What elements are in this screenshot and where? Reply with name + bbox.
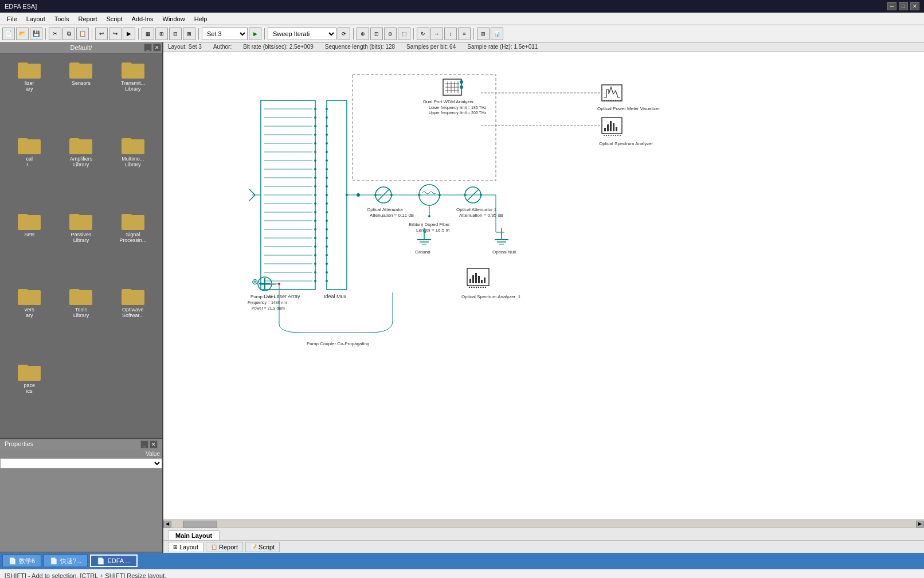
menu-layout[interactable]: Layout [22, 14, 50, 24]
toolbar-layout-3[interactable]: ⊟ [169, 28, 182, 40]
library-item-vers[interactable]: versary [5, 284, 54, 358]
opt-spectrum-1-group[interactable]: Optical Spectrum Analyzer_1 [461, 268, 521, 299]
toolbar-paste[interactable]: 📋 [76, 28, 89, 40]
toolbar-run[interactable]: ▶ [249, 28, 261, 40]
wdm-analyzer-group[interactable]: Dual Port WDM Analyzer Lower frequency l… [423, 79, 487, 115]
sidebar-close[interactable]: ✕ [153, 44, 161, 52]
taskbar-item-2[interactable]: 📄 快速?... [44, 554, 88, 567]
toolbar-report[interactable]: 📊 [491, 28, 503, 40]
folder-icon-signal [122, 212, 144, 230]
sep5 [264, 28, 265, 40]
library-item-lizer[interactable]: lizerary [5, 58, 54, 131]
set-dropdown[interactable]: Set 3 [202, 28, 248, 40]
opt-power-meter-group[interactable]: Optical Power Meter Visualizer [597, 85, 660, 111]
sep8 [473, 28, 474, 40]
tab-main-layout[interactable]: Main Layout [168, 530, 220, 540]
minimize-btn[interactable]: ─ [887, 2, 896, 10]
menu-report[interactable]: Report [73, 14, 101, 24]
library-item-optiwave[interactable]: OptiwaveSoftwar... [108, 284, 158, 358]
library-item-signal[interactable]: SignalProcessin... [108, 209, 158, 283]
sep6 [353, 28, 354, 40]
lpb-minimize[interactable]: _ [140, 440, 148, 448]
sep7 [413, 28, 414, 40]
svg-point-55 [326, 168, 328, 170]
cw-laser-array-group[interactable]: CW Laser Array [249, 100, 316, 299]
toolbar-iter1[interactable]: ⟳ [338, 28, 350, 40]
erbium-fiber-group[interactable]: Erbium Doped Fiber Length = 16.5 m [409, 185, 450, 233]
tab-script-label: Script [259, 544, 275, 550]
tab-script[interactable]: 📝 Script [245, 542, 280, 552]
sidebar-header: Default/ _ ✕ [0, 42, 162, 53]
library-item-passives[interactable]: PassivesLibrary [56, 209, 105, 283]
svg-point-31 [314, 185, 316, 188]
toolbar-layout-1[interactable]: ▦ [142, 28, 154, 40]
taskbar-item-3[interactable]: 📄 EDFA ... [90, 554, 137, 567]
folder-icon-sets [18, 212, 41, 230]
svg-point-66 [326, 263, 328, 265]
folder-icon-optiwave [122, 287, 144, 305]
h-scrollbar[interactable]: ◀ ▶ [163, 520, 924, 528]
toolbar-copy[interactable]: ⧉ [62, 28, 75, 40]
maximize-btn[interactable]: □ [899, 2, 908, 10]
toolbar-layout-4[interactable]: ⊠ [183, 28, 195, 40]
toolbar-cut[interactable]: ✂ [49, 28, 61, 40]
menu-script[interactable]: Script [101, 14, 127, 24]
menu-help[interactable]: Help [190, 14, 212, 24]
sidebar-minimize[interactable]: _ [144, 44, 152, 52]
toolbar-zoom-area[interactable]: ⬚ [398, 28, 410, 40]
svg-point-78 [390, 194, 393, 196]
library-item-cal[interactable]: calr... [5, 134, 54, 207]
library-item-transmit[interactable]: Transmit...Library [108, 58, 158, 131]
toolbar-undo[interactable]: ↩ [95, 28, 108, 40]
toolbar-save[interactable]: 💾 [30, 28, 42, 40]
sidebar: Default/ _ ✕ lizerary Sensors Transmit..… [0, 42, 163, 553]
library-item-sets[interactable]: Sets [5, 209, 54, 283]
svg-text:Optical Spectrum Analyzer: Optical Spectrum Analyzer [599, 141, 653, 146]
title-controls: ─ □ ✕ [887, 2, 919, 10]
toolbar-align[interactable]: ≡ [458, 28, 471, 40]
title-bar: EDFA ESA] ─ □ ✕ [0, 0, 924, 13]
library-item-pace[interactable]: paceics [5, 360, 54, 433]
scroll-right-btn[interactable]: ▶ [916, 521, 924, 528]
menu-window[interactable]: Window [158, 14, 190, 24]
lpb-close[interactable]: ✕ [150, 440, 158, 448]
canvas-viewport[interactable]: CW Laser Array [163, 52, 924, 520]
opt-attenuator-group[interactable]: Optical Attenuator Attenuation = 0.11 dB [367, 187, 414, 218]
toolbar-new[interactable]: 📄 [2, 28, 15, 40]
taskbar-item-1[interactable]: 📄 数学6 [2, 554, 41, 567]
menu-bar: File Layout Tools Report Script Add-Ins … [0, 13, 924, 25]
toolbar-zoom-out[interactable]: ⊖ [384, 28, 397, 40]
opt-attenuator-1-group[interactable]: Optical Attenuator 1 Attenuation = 0.95 … [456, 187, 503, 218]
library-item-sensors[interactable]: Sensors [56, 58, 105, 131]
svg-text:Attenuation = 0.95  dB: Attenuation = 0.95 dB [459, 213, 503, 218]
toolbar-redo[interactable]: ↪ [109, 28, 122, 40]
ideal-mux-group[interactable]: Ideal Mux [324, 100, 360, 299]
library-item-amplifiers[interactable]: AmplifiersLibrary [56, 134, 105, 207]
toolbar-prop[interactable]: ⊞ [477, 28, 490, 40]
toolbar-run-step[interactable]: ▶ [123, 28, 135, 40]
svg-rect-124 [607, 124, 609, 131]
toolbar-rotate[interactable]: ↻ [417, 28, 429, 40]
svg-text:Pump Coupler Co-Propagating: Pump Coupler Co-Propagating [307, 341, 369, 346]
svg-point-171 [483, 287, 484, 288]
library-item-multimo[interactable]: Multimo...Library [108, 134, 158, 207]
toolbar-zoom-fit[interactable]: ⊡ [370, 28, 383, 40]
tab-report[interactable]: 📋 Report [206, 542, 243, 552]
toolbar-flip-h[interactable]: ↔ [430, 28, 443, 40]
scroll-thumb-h[interactable] [183, 521, 217, 528]
toolbar-open[interactable]: 📂 [16, 28, 29, 40]
library-item-tools[interactable]: ToolsLibrary [56, 284, 105, 358]
value-dropdown[interactable] [0, 458, 162, 468]
tab-layout[interactable]: ⊞ Layout [168, 542, 203, 552]
opt-spectrum-group[interactable]: Optical Spectrum Analyzer [599, 118, 653, 146]
menu-file[interactable]: File [2, 14, 22, 24]
close-btn[interactable]: ✕ [910, 2, 919, 10]
svg-point-30 [314, 177, 316, 179]
menu-addins[interactable]: Add-Ins [127, 14, 158, 24]
menu-tools[interactable]: Tools [50, 14, 74, 24]
iteration-dropdown[interactable]: Sweep Iterati [268, 28, 336, 40]
toolbar-layout-2[interactable]: ⊞ [155, 28, 168, 40]
toolbar-zoom-in[interactable]: ⊕ [357, 28, 369, 40]
scroll-left-btn[interactable]: ◀ [163, 521, 171, 528]
toolbar-flip-v[interactable]: ↕ [444, 28, 457, 40]
